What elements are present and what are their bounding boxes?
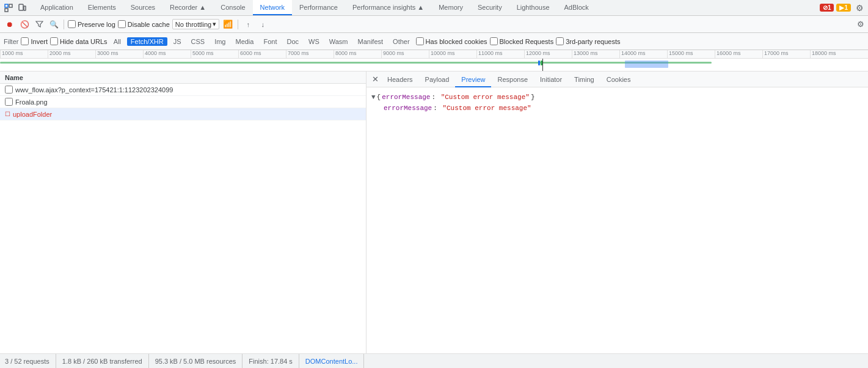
invert-input[interactable] xyxy=(21,37,29,45)
disable-cache-input[interactable] xyxy=(118,20,126,28)
filter-other[interactable]: Other xyxy=(389,37,414,46)
status-bar: 3 / 52 requests 1.8 kB / 260 kB transfer… xyxy=(0,353,868,368)
tab-network[interactable]: Network xyxy=(253,0,292,15)
tab-payload[interactable]: Payload xyxy=(419,72,456,87)
error-icon: ☐ xyxy=(5,111,10,117)
filter-js[interactable]: JS xyxy=(170,37,185,46)
timeline-cursor xyxy=(542,59,543,72)
third-party-label: 3rd-party requests xyxy=(566,38,620,45)
filter-all[interactable]: All xyxy=(110,37,125,46)
tab-memory[interactable]: Memory xyxy=(431,0,470,15)
close-detail-button[interactable]: ✕ xyxy=(369,73,381,86)
tab-headers[interactable]: Headers xyxy=(381,72,419,87)
filter-manifest[interactable]: Manifest xyxy=(354,37,387,46)
tab-timing[interactable]: Timing xyxy=(568,72,600,87)
throttle-select[interactable]: No throttling ▾ xyxy=(172,19,219,29)
filter-ws[interactable]: WS xyxy=(305,37,323,46)
row-checkbox-2[interactable] xyxy=(5,98,13,106)
mark-14000: 14000 ms xyxy=(619,50,667,58)
disable-cache-checkbox[interactable]: Disable cache xyxy=(118,20,170,28)
json-value-2: "Custom error message" xyxy=(442,103,531,114)
blocked-requests-checkbox[interactable]: Blocked Requests xyxy=(490,37,554,45)
hide-data-urls-checkbox[interactable]: Hide data URLs xyxy=(50,37,108,45)
tab-elements[interactable]: Elements xyxy=(81,0,123,15)
svg-rect-4 xyxy=(24,6,26,10)
tab-performance-insights[interactable]: Performance insights ▲ xyxy=(345,0,431,15)
filter-bar: Filter Invert Hide data URLs All Fetch/X… xyxy=(0,33,868,50)
filter-doc[interactable]: Doc xyxy=(283,37,302,46)
tab-console[interactable]: Console xyxy=(213,0,252,15)
clear-button[interactable]: 🚫 xyxy=(18,18,31,31)
export-icon[interactable]: ↓ xyxy=(257,18,269,31)
tab-response[interactable]: Response xyxy=(491,72,534,87)
filter-font[interactable]: Font xyxy=(260,37,280,46)
json-expand-icon[interactable]: ▼ xyxy=(371,92,376,103)
transferred-status: 1.8 kB / 260 kB transferred xyxy=(56,354,149,368)
invert-label: Invert xyxy=(31,38,48,45)
mark-4000: 4000 ms xyxy=(143,50,191,58)
list-item[interactable]: wwv_flow.ajax?p_context=175421:1:1123202… xyxy=(0,84,366,96)
filter-icon[interactable] xyxy=(33,18,45,31)
device-toggle-icon[interactable] xyxy=(16,2,28,14)
filter-img[interactable]: Img xyxy=(211,37,229,46)
tab-recorder[interactable]: Recorder ▲ xyxy=(162,0,213,15)
detail-tabs: ✕ Headers Payload Preview Response Initi… xyxy=(367,72,868,87)
row-name-1: wwv_flow.ajax?p_context=175421:1:1123202… xyxy=(15,86,173,94)
filter-label: Filter xyxy=(4,38,18,45)
wifi-icon[interactable]: 📶 xyxy=(222,18,234,31)
preserve-log-checkbox[interactable]: Preserve log xyxy=(68,20,115,28)
svg-rect-3 xyxy=(19,4,23,10)
warning-badge-group[interactable]: ▶1 xyxy=(836,4,851,12)
mark-9000: 9000 ms xyxy=(381,50,429,58)
filter-media[interactable]: Media xyxy=(232,37,257,46)
row-checkbox-1[interactable] xyxy=(5,86,13,94)
network-settings-icon[interactable]: ⚙ xyxy=(857,20,864,29)
tab-cookies[interactable]: Cookies xyxy=(600,72,637,87)
json-key-2: errorMessage xyxy=(384,103,432,114)
third-party-checkbox[interactable]: 3rd-party requests xyxy=(556,37,620,45)
mark-10000: 10000 ms xyxy=(429,50,476,58)
has-blocked-checkbox[interactable]: Has blocked cookies xyxy=(416,37,487,45)
filter-css[interactable]: CSS xyxy=(188,37,209,46)
import-icon[interactable]: ↑ xyxy=(242,18,254,31)
tab-application[interactable]: Application xyxy=(33,0,81,15)
settings-icon[interactable]: ⚙ xyxy=(853,2,866,14)
tab-sources[interactable]: Sources xyxy=(123,0,162,15)
requests-status: 3 / 52 requests xyxy=(5,354,56,368)
mark-16000: 16000 ms xyxy=(715,50,762,58)
domcontent-link[interactable]: DOMContentLo... xyxy=(299,354,365,368)
detail-panel: ✕ Headers Payload Preview Response Initi… xyxy=(367,72,868,353)
resources-status: 95.3 kB / 5.0 MB resources xyxy=(149,354,243,368)
tab-lighthouse[interactable]: Lighthouse xyxy=(509,0,557,15)
list-item-selected[interactable]: ☐ uploadFolder xyxy=(0,108,366,120)
filter-fetch-xhr[interactable]: Fetch/XHR xyxy=(127,37,167,46)
tab-security[interactable]: Security xyxy=(470,0,509,15)
mark-7000: 7000 ms xyxy=(286,50,334,58)
tab-performance[interactable]: Performance xyxy=(292,0,345,15)
blocked-requests-input[interactable] xyxy=(490,37,498,45)
tab-adblock[interactable]: AdBlock xyxy=(557,0,596,15)
hide-data-urls-input[interactable] xyxy=(50,37,58,45)
top-nav: Application Elements Sources Recorder ▲ … xyxy=(0,0,868,16)
mark-2000: 2000 ms xyxy=(48,50,95,58)
finish-status: Finish: 17.84 s xyxy=(243,354,299,368)
error-badge-group[interactable]: ⊘1 xyxy=(820,4,834,12)
list-header: Name xyxy=(0,72,366,84)
invert-checkbox[interactable]: Invert xyxy=(21,37,48,45)
mark-6000: 6000 ms xyxy=(238,50,286,58)
json-value-1: "Custom error message" xyxy=(441,92,530,103)
has-blocked-input[interactable] xyxy=(416,37,424,45)
record-button[interactable]: ⏺ xyxy=(4,18,16,31)
list-item[interactable]: Froala.png xyxy=(0,96,366,108)
row-name-3: uploadFolder xyxy=(13,111,52,118)
preserve-log-input[interactable] xyxy=(68,20,76,28)
filter-wasm[interactable]: Wasm xyxy=(326,37,352,46)
warning-badge: ▶1 xyxy=(836,4,851,12)
inspect-icon[interactable] xyxy=(2,2,15,14)
third-party-input[interactable] xyxy=(556,37,564,45)
list-rows: wwv_flow.ajax?p_context=175421:1:1123202… xyxy=(0,84,366,353)
tab-initiator[interactable]: Initiator xyxy=(534,72,568,87)
mark-18000: 18000 ms xyxy=(810,50,858,58)
tab-preview[interactable]: Preview xyxy=(455,72,491,87)
search-icon[interactable]: 🔍 xyxy=(48,18,60,31)
